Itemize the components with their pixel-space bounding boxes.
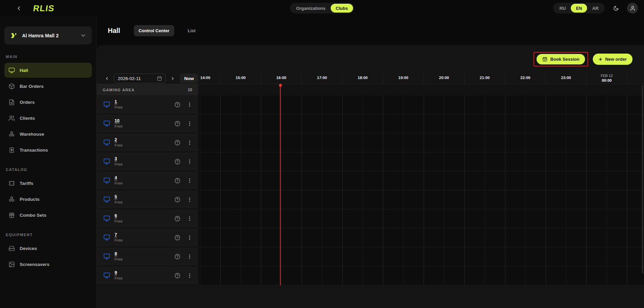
scheduler-header: 2026-02-11 Now FEB 12 00:00 14:0015:0016… [97,73,644,84]
station-timeline-cell[interactable] [198,266,644,285]
time-label: 23:00 [561,76,571,80]
book-session-label: Book Session [550,57,580,62]
time-label: 20:00 [439,76,449,80]
sidebar-item-products[interactable]: Products [4,192,92,207]
station-cell: 8Free [97,247,198,266]
station-menu-button[interactable] [185,252,194,261]
station-help-button[interactable] [173,119,181,128]
book-session-button[interactable]: Book Session [537,54,585,64]
help-icon [175,159,180,165]
station-row: 3Free [97,152,644,171]
tab-list[interactable]: List [183,25,200,36]
station-help-button[interactable] [173,195,181,204]
user-avatar-button[interactable] [627,3,638,14]
tab-control-center[interactable]: Control Center [134,25,174,36]
sidebar-item-screensavers[interactable]: Screensavers [4,257,92,272]
scope-toggle: OrganizationsClubs [290,3,354,14]
station-timeline-cell[interactable] [198,114,644,133]
station-menu-button[interactable] [185,100,194,109]
gift-icon [8,212,15,218]
station-number-link[interactable]: 10 [115,118,123,123]
station-info: 3Free [115,156,123,167]
language-option-en[interactable]: EN [571,4,587,13]
help-icon [175,178,180,184]
station-timeline-cell[interactable] [198,171,644,190]
station-menu-button[interactable] [185,176,194,185]
previous-day-button[interactable] [103,75,110,82]
time-label: 18:00 [358,76,367,80]
station-number-link[interactable]: 7 [115,232,123,237]
station-number-link[interactable]: 6 [115,213,123,218]
station-help-button[interactable] [173,138,181,147]
station-timeline-cell[interactable] [198,209,644,228]
station-help-button[interactable] [173,176,181,185]
station-cell: 6Free [97,209,198,228]
back-button[interactable] [14,3,24,13]
sidebar-item-hall[interactable]: Hall [4,63,92,78]
time-axis: FEB 12 00:00 14:0015:0016:0017:0018:0019… [198,73,644,84]
station-menu-button[interactable] [185,138,194,147]
station-help-button[interactable] [173,100,181,109]
sidebar-item-warehouse[interactable]: Warehouse [4,127,92,141]
station-timeline-cell[interactable] [198,133,644,152]
sidebar-item-orders[interactable]: Orders [4,95,92,110]
station-status: Free [115,162,123,167]
station-number-link[interactable]: 8 [115,251,123,256]
sidebar-item-devices[interactable]: Devices [4,241,92,256]
sidebar-item-clients[interactable]: Clients [4,111,92,126]
theme-toggle-button[interactable] [611,3,621,13]
station-help-button[interactable] [173,214,181,223]
station-menu-button[interactable] [185,119,194,128]
station-timeline-cell[interactable] [198,95,644,114]
station-cell: 2Free [97,133,198,152]
scope-option-clubs[interactable]: Clubs [330,4,353,13]
sidebar-item-label: Products [20,197,40,202]
kebab-icon [187,178,193,184]
sidebar-item-tariffs[interactable]: Tariffs [4,176,92,191]
station-menu-button[interactable] [185,157,194,166]
ticket-icon [8,180,15,187]
scope-option-organizations[interactable]: Organizations [291,4,331,13]
new-order-button[interactable]: + New order [593,54,632,65]
station-number-link[interactable]: 9 [115,270,123,275]
station-number-link[interactable]: 4 [115,175,123,180]
station-number-link[interactable]: 3 [115,156,123,161]
now-button[interactable]: Now [180,74,198,83]
station-help-button[interactable] [173,233,181,242]
vertical-scrollbar[interactable] [642,85,643,273]
station-number-link[interactable]: 5 [115,194,123,199]
station-help-button[interactable] [173,157,181,166]
station-timeline-cell[interactable] [198,190,644,209]
station-number-link[interactable]: 2 [115,137,123,142]
sidebar-item-label: Tariffs [20,181,33,186]
station-menu-button[interactable] [185,271,194,280]
language-option-ar[interactable]: AR [587,4,604,13]
club-selector[interactable]: Al Hamra Mall 2 [4,26,92,44]
station-timeline-cell[interactable] [198,152,644,171]
sidebar-item-bar-orders[interactable]: Bar Orders [4,79,92,94]
sidebar-item-transactions[interactable]: Transactions [4,142,92,157]
station-status: Free [115,181,123,186]
station-number-link[interactable]: 1 [115,99,123,104]
help-icon [175,140,180,146]
station-info: 2Free [115,137,123,148]
station-menu-button[interactable] [185,195,194,204]
station-timeline-cell[interactable] [198,247,644,266]
view-tabs: Control CenterList [134,25,200,36]
chevron-left-icon [16,5,22,12]
station-timeline-cell[interactable] [198,228,644,247]
zone-name: GAMING AREA [103,88,135,92]
station-menu-button[interactable] [185,214,194,223]
station-cell: 10Free [97,114,198,133]
sidebar-item-combo-sets[interactable]: Combo Sets [4,208,92,223]
time-label: 22:00 [520,76,530,80]
file-text-icon [8,99,15,105]
date-picker[interactable]: 2026-02-11 [114,74,166,83]
station-status: Free [115,200,123,205]
receipt-dollar-icon [8,147,15,153]
language-option-ru[interactable]: RU [554,4,571,13]
station-menu-button[interactable] [185,233,194,242]
station-help-button[interactable] [173,271,181,280]
station-help-button[interactable] [173,252,181,261]
next-day-button[interactable] [169,75,176,82]
